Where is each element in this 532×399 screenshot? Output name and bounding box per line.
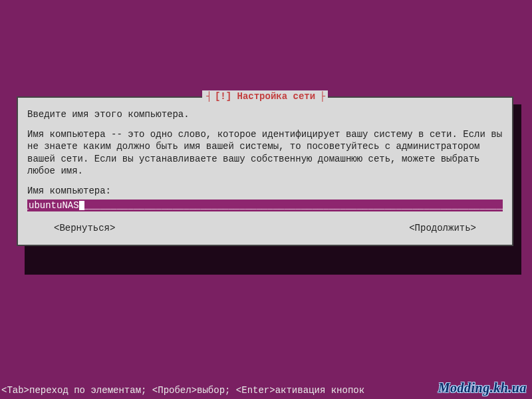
title-decor-right: ├ bbox=[315, 91, 324, 102]
dialog-buttons: <Вернуться> <Продолжить> bbox=[27, 222, 503, 237]
text-cursor bbox=[79, 201, 84, 210]
network-config-dialog: ┤ [!] Настройка сети ├ Введите имя этого… bbox=[17, 96, 513, 246]
dialog-title-bar: ┤ [!] Настройка сети ├ bbox=[18, 90, 512, 102]
dialog-title: ┤ [!] Настройка сети ├ bbox=[202, 90, 328, 102]
watermark-text: Modding.kh.ua bbox=[438, 379, 527, 396]
hostname-value: ubuntuNAS bbox=[29, 200, 79, 211]
hostname-label: Имя компьютера: bbox=[27, 185, 503, 197]
title-decor-left: ┤ bbox=[206, 91, 215, 102]
back-button[interactable]: <Вернуться> bbox=[54, 222, 115, 234]
continue-button[interactable]: <Продолжить> bbox=[409, 222, 476, 234]
intro-text: Введите имя этого компьютера. bbox=[27, 108, 503, 120]
hostname-input[interactable]: ________________________________________… bbox=[27, 200, 503, 211]
description-text: Имя компьютера -- это одно слово, которо… bbox=[27, 128, 503, 177]
input-fill: ________________________________________… bbox=[27, 200, 503, 211]
title-text: Настройка сети bbox=[237, 91, 315, 102]
title-prefix: [!] bbox=[215, 91, 237, 102]
